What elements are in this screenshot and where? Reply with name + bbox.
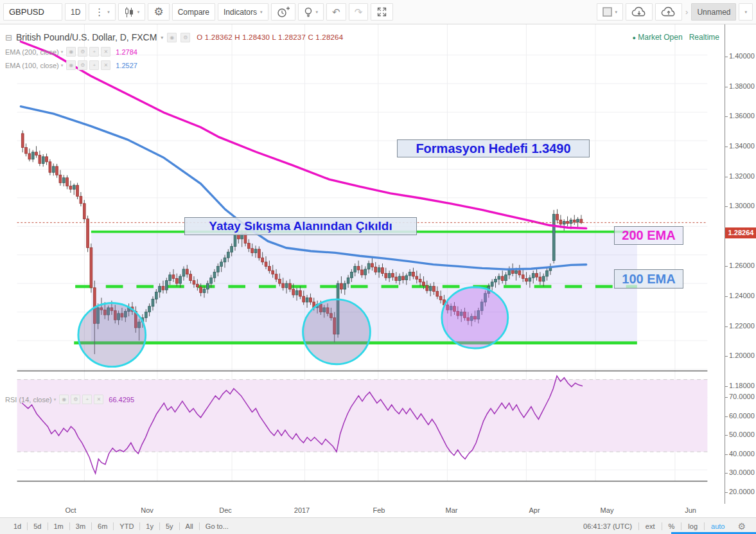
plus-icon[interactable]: + — [89, 60, 99, 70]
rsi-value: 66.4295 — [109, 396, 134, 404]
extended-hours-toggle[interactable]: ext — [639, 522, 662, 530]
annotation-formation-target[interactable]: Formasyon Hedefi 1.3490 — [397, 139, 590, 157]
candle-body — [69, 186, 72, 190]
drawn-circle-3[interactable] — [442, 287, 508, 348]
range-button-1d[interactable]: 1d — [8, 522, 27, 530]
percent-scale-toggle[interactable]: % — [662, 522, 681, 530]
candle-body — [200, 287, 202, 293]
price-axis-label: 1.38000 — [729, 82, 755, 90]
candle-body — [62, 178, 65, 183]
symbol-search-button[interactable]: GBPUSD — [3, 3, 62, 21]
eye-icon[interactable]: ◉ — [59, 395, 69, 404]
auto-scale-toggle[interactable]: auto — [705, 522, 731, 530]
annotation-ema200-label[interactable]: 200 EMA — [614, 226, 683, 245]
time-axis-label-2017[interactable]: 2017 — [294, 506, 310, 514]
drawn-circle-2[interactable] — [303, 299, 371, 364]
close-icon[interactable]: ✕ — [101, 47, 110, 57]
range-button-all[interactable]: All — [180, 522, 199, 530]
rsi-band — [17, 380, 708, 452]
layout-menu-button[interactable]: ▾ — [739, 3, 753, 21]
top-toolbar: GBPUSD 1D ⋮ ▾ ▾ ⚙ Compare Indicators ▾ — [0, 0, 756, 24]
interval-menu-button[interactable]: ⋮ ▾ — [89, 3, 116, 21]
time-axis-label-apr[interactable]: Apr — [529, 506, 540, 514]
candle-body — [73, 185, 75, 189]
gear-icon[interactable]: ⚙ — [180, 33, 190, 42]
time-axis-label-oct[interactable]: Oct — [65, 506, 76, 514]
time-axis-label-nov[interactable]: Nov — [141, 506, 154, 514]
fullscreen-icon — [376, 6, 387, 17]
annotation-breakout-text[interactable]: Yatay Sıkışma Alanından Çıkıldı — [184, 217, 417, 235]
time-axis-label-feb[interactable]: Feb — [373, 506, 385, 514]
gear-icon[interactable]: ⚙ — [71, 395, 80, 404]
gear-icon[interactable]: ⚙ — [731, 521, 748, 531]
candle-body — [532, 274, 534, 278]
range-button-6m[interactable]: 6m — [92, 522, 113, 530]
candle-body — [155, 292, 157, 299]
collapse-pane-icon[interactable]: ⊟ — [5, 33, 12, 42]
time-axis-label-jun[interactable]: Jun — [685, 506, 696, 514]
close-icon[interactable]: ✕ — [94, 395, 103, 404]
rsi-axis-label: 30.0000 — [729, 468, 755, 476]
candle-body — [436, 291, 439, 296]
load-layout-button[interactable] — [626, 3, 653, 21]
range-button-1y[interactable]: 1y — [140, 522, 159, 530]
save-layout-button[interactable] — [655, 3, 682, 21]
interval-button[interactable]: 1D — [65, 3, 86, 21]
range-button-ytd[interactable]: YTD — [114, 522, 139, 530]
chart-style-button[interactable]: ▾ — [118, 3, 146, 21]
add-alert-button[interactable] — [271, 3, 295, 21]
range-button-3m[interactable]: 3m — [70, 522, 91, 530]
annotation-ema100-label[interactable]: 100 EMA — [614, 269, 683, 289]
chevron-down-icon[interactable]: ▾ — [61, 49, 64, 55]
range-button-5d[interactable]: 5d — [28, 522, 47, 530]
fullscreen-button[interactable] — [371, 3, 393, 21]
time-axis-label-may[interactable]: May — [601, 506, 614, 514]
range-button-5y[interactable]: 5y — [160, 522, 179, 530]
chevron-down-icon[interactable]: ▾ — [54, 397, 57, 402]
time-axis[interactable]: OctNovDec2017FebMarAprMayJun — [0, 504, 725, 517]
chart-title[interactable]: British Pound/U.S. Dollar, D, FXCM — [16, 32, 157, 42]
time-axis-label-dec[interactable]: Dec — [219, 506, 232, 514]
ema100-label[interactable]: EMA (100, close) — [5, 62, 59, 69]
candle-body — [573, 220, 576, 222]
gear-icon[interactable]: ⚙ — [78, 47, 87, 57]
drawn-circle-1[interactable] — [78, 303, 146, 367]
layout-name-button[interactable]: Unnamed — [691, 3, 736, 21]
redo-button[interactable]: ↷ — [349, 3, 369, 21]
chart-properties-button[interactable]: ⚙ — [148, 3, 169, 21]
plus-icon[interactable]: + — [89, 47, 99, 57]
eye-icon[interactable]: ◉ — [66, 60, 76, 70]
price-axis[interactable]: 1.28264 1.400001.380001.360001.340001.32… — [725, 24, 756, 504]
candle-body — [285, 283, 288, 288]
gear-icon[interactable]: ⚙ — [78, 60, 87, 70]
candle-body — [398, 276, 401, 281]
time-axis-label-mar[interactable]: Mar — [446, 506, 458, 514]
rsi-legend: RSI (14, close) ▾ ◉ ⚙ + ✕ 66.4295 — [5, 395, 134, 404]
candle-body — [265, 262, 267, 267]
plus-icon[interactable]: + — [82, 395, 92, 404]
compare-button[interactable]: Compare — [172, 3, 215, 21]
candle-body — [292, 289, 295, 295]
layout-select-button[interactable]: ▾ — [597, 3, 624, 21]
candle-body — [426, 285, 428, 290]
tradingview-app: GBPUSD 1D ⋮ ▾ ▾ ⚙ Compare Indicators ▾ — [0, 0, 756, 534]
rsi-label[interactable]: RSI (14, close) — [5, 396, 52, 404]
undo-button[interactable]: ↶ — [326, 3, 346, 21]
indicators-button[interactable]: Indicators ▾ — [218, 3, 268, 21]
ema200-label[interactable]: EMA (200, close) — [5, 48, 59, 56]
eye-icon[interactable]: ◉ — [167, 33, 177, 42]
chart-area[interactable]: ⊟ British Pound/U.S. Dollar, D, FXCM ▾ ◉… — [0, 24, 756, 517]
candle-body — [42, 157, 44, 164]
eye-icon[interactable]: ◉ — [66, 47, 76, 57]
close-icon[interactable]: ✕ — [101, 60, 110, 70]
log-scale-toggle[interactable]: log — [681, 522, 704, 530]
candle-body — [220, 262, 223, 267]
candle-body — [25, 148, 28, 154]
ideas-button[interactable]: ▾ — [298, 3, 324, 21]
clock-utc[interactable]: 06:41:37 (UTC) — [577, 522, 638, 530]
chevron-down-icon[interactable]: ▾ — [61, 63, 64, 68]
gear-icon: ⚙ — [154, 6, 163, 17]
chevron-down-icon[interactable]: ▾ — [161, 35, 163, 40]
goto-button[interactable]: Go to... — [200, 522, 234, 530]
range-button-1m[interactable]: 1m — [48, 522, 69, 530]
